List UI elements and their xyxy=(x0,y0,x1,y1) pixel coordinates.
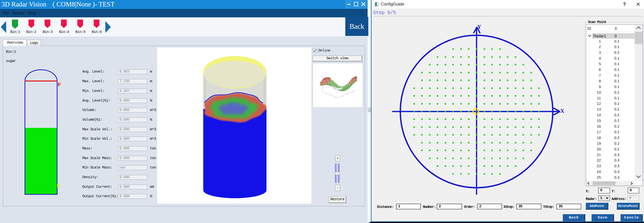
svg-text:Y: Y xyxy=(477,24,482,30)
svg-text:X: X xyxy=(560,108,564,114)
